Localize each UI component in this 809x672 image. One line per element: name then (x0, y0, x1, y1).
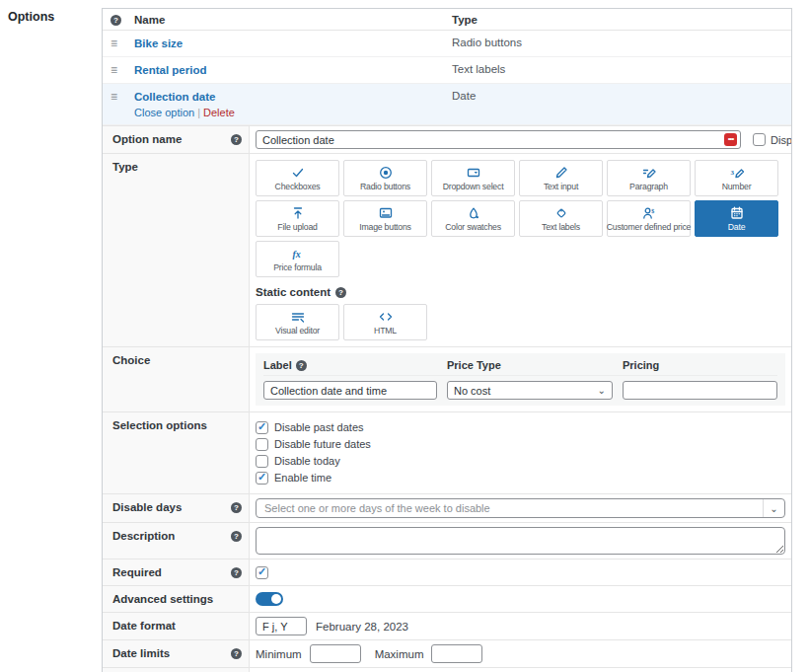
pencil-icon (553, 165, 569, 181)
type-button-image-buttons[interactable]: Image buttons (343, 200, 427, 237)
maximum-label: Maximum (375, 648, 424, 660)
type-button-customer-defined-price[interactable]: $ Customer defined price (607, 200, 691, 237)
disable-future-dates-checkbox[interactable] (256, 438, 268, 451)
static-button-html[interactable]: HTML (343, 304, 427, 340)
person-dollar-icon: $ (641, 205, 657, 221)
type-button-file-upload[interactable]: File upload (256, 200, 339, 237)
svg-text:3: 3 (730, 169, 734, 177)
drag-handle-icon[interactable]: ≡ (110, 37, 117, 50)
checkbox-row-disable-past-dates: Disable past dates (256, 420, 785, 435)
radio-icon (378, 165, 394, 181)
number-pencil-icon: 3 (729, 165, 745, 181)
help-icon[interactable] (110, 15, 121, 26)
close-option-link[interactable]: Close option (134, 107, 194, 118)
option-type-text: Text labels (452, 63, 783, 75)
pricing-input[interactable] (623, 381, 777, 400)
help-icon[interactable] (231, 502, 242, 513)
required-label: Required (103, 560, 250, 585)
disable-days-row: Disable days Select one or more days of … (103, 493, 791, 522)
type-button-text-labels[interactable]: Text labels (519, 200, 603, 237)
checkbox-label[interactable]: Disable past dates (274, 420, 364, 435)
selection-options-label: Selection options (103, 412, 250, 493)
table-row-collection-date: ≡ Collection date Close option|Delete Da… (103, 84, 791, 125)
table-row-bike-size: ≡ Bike size Radio buttons (103, 31, 791, 57)
option-link-rental-period[interactable]: Rental period (134, 64, 206, 76)
display-checkbox[interactable] (753, 133, 766, 146)
checkbox-label[interactable]: Disable today (274, 454, 340, 469)
description-textarea[interactable] (256, 527, 785, 555)
option-link-collection-date[interactable]: Collection date (134, 91, 215, 103)
help-icon[interactable] (231, 648, 242, 659)
enable-time-checkbox[interactable] (256, 472, 268, 485)
static-content-heading: Static content (256, 286, 785, 298)
date-minimum-input[interactable] (310, 644, 361, 663)
date-format-preview: February 28, 2023 (316, 621, 408, 633)
date-limits-row: Date limits Minimum Maximum (103, 639, 791, 667)
choice-row: Choice Label Price Type Pricing No cost (103, 346, 791, 411)
description-label: Description (103, 523, 250, 559)
help-icon[interactable] (335, 287, 346, 298)
drag-handle-icon[interactable]: ≡ (110, 90, 117, 104)
help-icon[interactable] (296, 360, 307, 371)
disable-days-select[interactable]: Select one or more days of the week to d… (256, 498, 785, 518)
svg-text:$: $ (651, 208, 654, 214)
display-label[interactable]: Display (771, 134, 792, 146)
disable-dates-label: Disable dates (103, 668, 250, 672)
date-limits-label: Date limits (103, 640, 250, 667)
disable-days-placeholder: Select one or more days of the week to d… (257, 499, 763, 517)
dropdown-icon (466, 165, 481, 181)
type-button-radio-buttons[interactable]: Radio buttons (343, 160, 427, 196)
drag-handle-icon[interactable]: ≡ (110, 63, 117, 77)
required-row: Required (103, 559, 791, 585)
choice-label-input[interactable] (263, 381, 437, 400)
column-header-name: Name (134, 14, 452, 26)
static-content-buttons: Visual editor HTML (256, 304, 785, 340)
table-row-rental-period: ≡ Rental period Text labels (103, 57, 791, 84)
checkbox-row-enable-time: Enable time (256, 471, 785, 485)
type-button-date[interactable]: Date (695, 200, 778, 237)
image-icon (378, 205, 394, 221)
help-icon[interactable] (231, 531, 242, 542)
checkbox-label[interactable]: Disable future dates (274, 437, 371, 452)
required-checkbox[interactable] (256, 566, 268, 579)
checkbox-row-disable-today: Disable today (256, 454, 785, 469)
option-name-label: Option name (103, 126, 250, 153)
row-actions: Close option|Delete (134, 107, 452, 118)
type-button-dropdown-select[interactable]: Dropdown select (431, 160, 515, 196)
date-maximum-input[interactable] (431, 644, 482, 663)
options-panel: Name Type ≡ Bike size Radio buttons ≡ Re… (102, 8, 792, 672)
type-label: Type (103, 154, 250, 346)
disable-today-checkbox[interactable] (256, 455, 268, 468)
disable-dates-row: Disable dates (103, 667, 791, 672)
chevron-down-icon (598, 386, 606, 396)
choice-label: Choice (103, 347, 250, 411)
help-icon[interactable] (231, 134, 242, 145)
delete-link[interactable]: Delete (203, 107, 235, 118)
type-button-price-formula[interactable]: fx Price formula (256, 241, 339, 277)
type-button-number[interactable]: 3 Number (695, 160, 778, 196)
static-button-visual-editor[interactable]: Visual editor (256, 304, 339, 340)
password-manager-icon[interactable] (724, 133, 737, 146)
advanced-settings-toggle[interactable] (256, 592, 283, 606)
option-type-text: Date (452, 90, 783, 102)
date-format-input[interactable] (256, 617, 307, 635)
column-header-type: Type (452, 14, 783, 26)
type-row: Type Checkboxes Radio buttons Dropdown s… (103, 153, 791, 346)
page-title: Options (8, 10, 54, 24)
date-format-row: Date format February 28, 2023 (103, 612, 791, 639)
type-button-checkboxes[interactable]: Checkboxes (256, 160, 339, 196)
help-icon[interactable] (231, 567, 242, 578)
option-name-input[interactable] (256, 130, 741, 149)
svg-text:fx: fx (292, 249, 300, 260)
disable-past-dates-checkbox[interactable] (256, 421, 268, 434)
paragraph-pencil-icon (641, 165, 657, 181)
type-button-text-input[interactable]: Text input (519, 160, 603, 196)
option-link-bike-size[interactable]: Bike size (134, 37, 183, 49)
type-button-color-swatches[interactable]: Color swatches (431, 200, 515, 237)
checkbox-label[interactable]: Enable time (274, 471, 331, 485)
description-row: Description (103, 522, 791, 559)
type-button-paragraph[interactable]: Paragraph (607, 160, 691, 196)
choice-header-price-type: Price Type (447, 359, 613, 371)
price-type-select[interactable]: No cost (447, 381, 613, 400)
selection-options-row: Selection options Disable past dates Dis… (103, 411, 791, 493)
